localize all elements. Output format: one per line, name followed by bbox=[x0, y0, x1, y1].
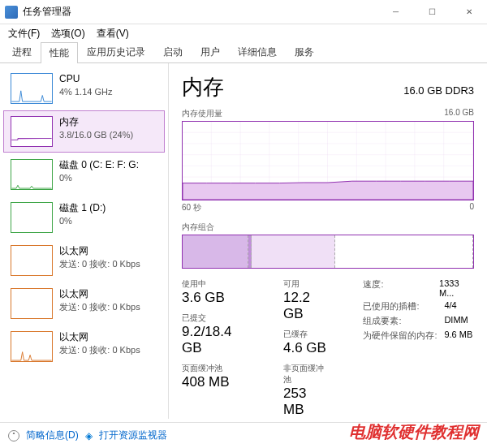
memory-composition-chart bbox=[182, 235, 474, 269]
stat-label: 为硬件保留的内存: bbox=[363, 330, 444, 342]
stat-row: 非页面缓冲池253 MB bbox=[283, 363, 330, 418]
window-controls: ─ ☐ ✕ bbox=[377, 0, 487, 24]
sidebar-item-name: 内存 bbox=[59, 116, 133, 129]
stat-label: 使用中 bbox=[182, 278, 251, 290]
sidebar-item-name: 以太网 bbox=[59, 288, 140, 301]
sidebar-item-name: 以太网 bbox=[59, 245, 140, 258]
tabbar: 进程 性能 应用历史记录 启动 用户 详细信息 服务 bbox=[0, 42, 487, 63]
sidebar-item-val: 发送: 0 接收: 0 Kbps bbox=[59, 301, 140, 312]
comp-free bbox=[335, 235, 473, 268]
tab-apphistory[interactable]: 应用历史记录 bbox=[78, 41, 154, 62]
stat-label: 已提交 bbox=[182, 312, 251, 324]
sidebar-item-name: CPU bbox=[59, 73, 112, 86]
sidebar-thumb bbox=[11, 202, 53, 233]
sidebar-item-name: 磁盘 1 (D:) bbox=[59, 202, 106, 215]
stat-value: 408 MB bbox=[182, 374, 251, 390]
usage-max: 16.0 GB bbox=[444, 108, 474, 119]
watermark: 电脑软硬件教程网 bbox=[349, 421, 479, 443]
menu-file[interactable]: 文件(F) bbox=[3, 25, 45, 42]
sidebar-item-val: 4% 1.14 GHz bbox=[59, 86, 112, 97]
sidebar-thumb bbox=[11, 116, 53, 147]
sidebar-thumb bbox=[11, 159, 53, 190]
stat-label: 已使用的插槽: bbox=[363, 300, 444, 312]
window-title: 任务管理器 bbox=[23, 5, 377, 19]
sidebar: CPU4% 1.14 GHz内存3.8/16.0 GB (24%)磁盘 0 (C… bbox=[0, 63, 169, 419]
tab-startup[interactable]: 启动 bbox=[154, 41, 192, 62]
sidebar-item-6[interactable]: 以太网发送: 0 接收: 0 Kbps bbox=[3, 325, 165, 368]
sidebar-item-4[interactable]: 以太网发送: 0 接收: 0 Kbps bbox=[3, 239, 165, 282]
sidebar-item-val: 0% bbox=[59, 172, 139, 183]
comp-label: 内存组合 bbox=[182, 222, 214, 233]
comp-standby bbox=[252, 235, 335, 268]
tab-services[interactable]: 服务 bbox=[286, 41, 323, 62]
menu-options[interactable]: 选项(O) bbox=[46, 25, 89, 42]
stat-row: 可用12.2 GB bbox=[283, 278, 330, 322]
sidebar-item-val: 0% bbox=[59, 215, 106, 226]
menubar: 文件(F) 选项(O) 查看(V) bbox=[0, 24, 487, 42]
sidebar-item-2[interactable]: 磁盘 0 (C: E: F: G:0% bbox=[3, 153, 165, 196]
stat-label: 页面缓冲池 bbox=[182, 363, 251, 374]
stat-label: 非页面缓冲池 bbox=[283, 363, 330, 386]
sidebar-thumb bbox=[11, 331, 53, 362]
tab-processes[interactable]: 进程 bbox=[3, 41, 41, 62]
stat-row: 使用中3.6 GB bbox=[182, 278, 251, 306]
stat-value: 4.6 GB bbox=[283, 340, 330, 356]
stat-label: 可用 bbox=[283, 278, 330, 290]
stat-value: DIMM bbox=[444, 315, 468, 327]
close-button[interactable]: ✕ bbox=[450, 0, 487, 24]
memory-usage-chart bbox=[182, 121, 474, 200]
stat-value: 9.6 MB bbox=[444, 330, 472, 342]
stat-label: 已缓存 bbox=[283, 329, 330, 340]
maximize-button[interactable]: ☐ bbox=[414, 0, 450, 24]
stat-row: 速度:1333 M... bbox=[363, 278, 474, 298]
stat-row: 组成要素:DIMM bbox=[363, 315, 474, 327]
app-icon bbox=[5, 6, 18, 19]
usage-label: 内存使用量 bbox=[182, 108, 222, 119]
tab-details[interactable]: 详细信息 bbox=[229, 41, 286, 62]
stat-row: 页面缓冲池408 MB bbox=[182, 363, 251, 390]
titlebar: 任务管理器 ─ ☐ ✕ bbox=[0, 0, 487, 24]
stat-row: 为硬件保留的内存:9.6 MB bbox=[363, 330, 474, 342]
tab-performance[interactable]: 性能 bbox=[41, 42, 78, 63]
stat-row: 已提交9.2/18.4 GB bbox=[182, 312, 251, 356]
sidebar-item-val: 3.8/16.0 GB (24%) bbox=[59, 129, 133, 140]
content: CPU4% 1.14 GHz内存3.8/16.0 GB (24%)磁盘 0 (C… bbox=[0, 63, 487, 419]
sidebar-item-name: 以太网 bbox=[59, 331, 140, 344]
menu-view[interactable]: 查看(V) bbox=[92, 25, 134, 42]
stat-value: 12.2 GB bbox=[283, 290, 330, 322]
minimize-button[interactable]: ─ bbox=[377, 0, 414, 24]
chevron-up-icon[interactable]: ˄ bbox=[8, 430, 19, 442]
brief-info-link[interactable]: 简略信息(D) bbox=[26, 429, 79, 442]
stat-value: 253 MB bbox=[283, 386, 330, 418]
stat-value: 9.2/18.4 GB bbox=[182, 324, 251, 356]
axis-right: 0 bbox=[469, 202, 474, 213]
detail-title: 内存 bbox=[182, 73, 224, 101]
sidebar-item-val: 发送: 0 接收: 0 Kbps bbox=[59, 344, 140, 355]
sidebar-thumb bbox=[11, 245, 53, 276]
sidebar-thumb bbox=[11, 288, 53, 319]
open-resmon-link[interactable]: 打开资源监视器 bbox=[99, 429, 167, 442]
memory-spec: 16.0 GB DDR3 bbox=[403, 84, 474, 97]
stat-label: 组成要素: bbox=[363, 315, 444, 327]
sidebar-item-0[interactable]: CPU4% 1.14 GHz bbox=[3, 67, 165, 110]
sidebar-item-val: 发送: 0 接收: 0 Kbps bbox=[59, 258, 140, 269]
detail-pane: 内存 16.0 GB DDR3 内存使用量 16.0 GB 60 秒 0 内存组… bbox=[169, 63, 487, 419]
stat-value: 1333 M... bbox=[439, 278, 474, 298]
stat-label: 速度: bbox=[363, 278, 439, 298]
sidebar-thumb bbox=[11, 73, 53, 104]
stat-value: 3.6 GB bbox=[182, 290, 251, 306]
axis-left: 60 秒 bbox=[182, 202, 201, 213]
comp-in_use bbox=[183, 235, 248, 268]
sidebar-item-5[interactable]: 以太网发送: 0 接收: 0 Kbps bbox=[3, 282, 165, 325]
sidebar-item-1[interactable]: 内存3.8/16.0 GB (24%) bbox=[3, 110, 165, 153]
stats: 使用中3.6 GB已提交9.2/18.4 GB页面缓冲池408 MB 可用12.… bbox=[182, 278, 474, 424]
tab-users[interactable]: 用户 bbox=[192, 41, 229, 62]
sidebar-item-3[interactable]: 磁盘 1 (D:)0% bbox=[3, 196, 165, 239]
stat-row: 已使用的插槽:4/4 bbox=[363, 300, 474, 312]
stat-row: 已缓存4.6 GB bbox=[283, 329, 330, 356]
sidebar-item-name: 磁盘 0 (C: E: F: G: bbox=[59, 159, 139, 172]
stat-value: 4/4 bbox=[444, 300, 456, 312]
resmon-icon: ◈ bbox=[85, 430, 93, 442]
